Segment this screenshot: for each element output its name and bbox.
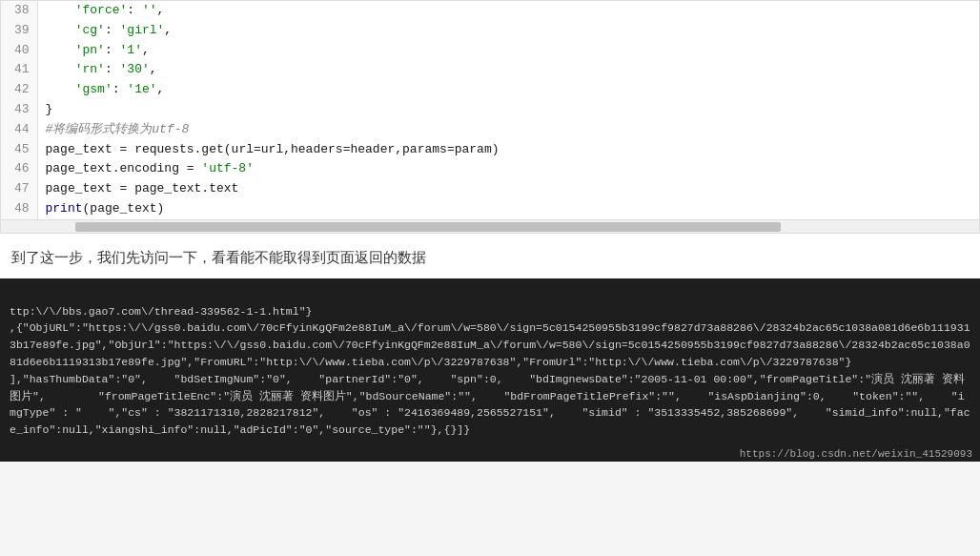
line-number: 43 (1, 100, 37, 120)
code-block: 38 'force': '',39 'cg': 'girl',40 'pn': … (0, 0, 980, 234)
line-code: } (37, 100, 979, 120)
line-number: 48 (1, 199, 37, 219)
scrollbar-thumb[interactable] (75, 222, 781, 232)
line-code: 'cg': 'girl', (37, 21, 979, 41)
terminal-line: ],"hasThumbData":"0", "bdSetImgNum":"0",… (10, 371, 970, 439)
line-number: 39 (1, 21, 37, 41)
footer-url: https://blog.csdn.net/weixin_41529093 (0, 446, 980, 462)
line-number: 46 (1, 159, 37, 179)
line-code: 'force': '', (37, 1, 979, 21)
terminal-line: ,{"ObjURL":"https:\/\/gss0.baidu.com\/70… (10, 319, 970, 370)
code-table: 38 'force': '',39 'cg': 'girl',40 'pn': … (1, 1, 979, 219)
terminal-output: ttp:\/\/bbs.gao7.com\/thread-339562-1-1.… (0, 278, 980, 446)
prose-text: 到了这一步，我们先访问一下，看看能不能取得到页面返回的数据 (11, 249, 426, 265)
line-code: page_text = requests.get(url=url,headers… (37, 140, 979, 160)
line-code: #将编码形式转换为utf-8 (37, 120, 979, 140)
terminal-line: ttp:\/\/bbs.gao7.com\/thread-339562-1-1.… (10, 303, 970, 320)
line-code: 'pn': '1', (37, 41, 979, 61)
line-number: 45 (1, 140, 37, 160)
line-number: 44 (1, 120, 37, 140)
line-code: page_text = page_text.text (37, 179, 979, 199)
line-number: 42 (1, 80, 37, 100)
line-code: page_text.encoding = 'utf-8' (37, 159, 979, 179)
line-number: 40 (1, 41, 37, 61)
prose-section: 到了这一步，我们先访问一下，看看能不能取得到页面返回的数据 (0, 234, 980, 278)
line-number: 41 (1, 60, 37, 80)
line-code: 'gsm': '1e', (37, 80, 979, 100)
line-number: 47 (1, 179, 37, 199)
line-code: 'rn': '30', (37, 60, 979, 80)
line-number: 38 (1, 1, 37, 21)
horizontal-scrollbar[interactable] (1, 219, 979, 233)
line-code: print(page_text) (37, 199, 979, 219)
